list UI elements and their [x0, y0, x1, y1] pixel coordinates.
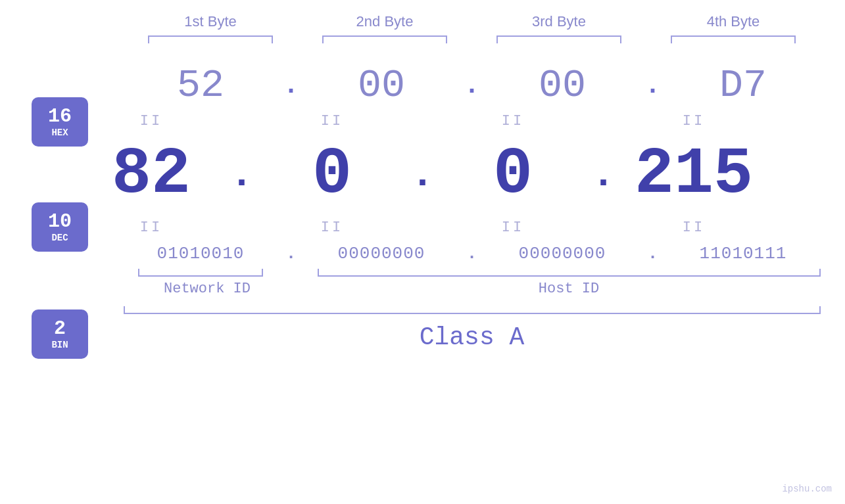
bracket-cell-2	[298, 35, 472, 43]
eq2-cell-2: II	[255, 219, 410, 236]
dec-val-3: 0	[493, 137, 533, 212]
bracket-cell-4	[646, 35, 821, 43]
dec-badge-num: 10	[48, 212, 72, 231]
host-id-label-cell: Host ID	[318, 281, 821, 297]
hex-val-1-cell: 52	[124, 63, 278, 108]
hex-badge-label: HEX	[51, 127, 68, 138]
hex-val-2-cell: 00	[304, 63, 459, 108]
host-spacer	[124, 269, 291, 277]
eq-dot-1	[229, 113, 255, 129]
dec-dot-3: .	[591, 152, 617, 197]
eq-dot-2	[410, 113, 436, 129]
host-bracket-row	[124, 269, 821, 277]
hex-dot-2: .	[459, 71, 485, 101]
eq2-cell-4: II	[617, 219, 771, 236]
dec-val-1: 82	[112, 137, 191, 212]
main-container: 16 HEX 10 DEC 2 BIN 1st Byte 2nd Byte 3r…	[0, 0, 845, 504]
bin-val-3-cell: 00000000	[485, 244, 640, 263]
bin-val-2-cell: 00000000	[304, 244, 459, 263]
class-label-container: Class A	[124, 323, 821, 352]
equals-row-2: II II II II	[74, 219, 771, 236]
hex-val-4-cell: D7	[666, 63, 821, 108]
hex-badge-num: 16	[48, 106, 72, 126]
full-bracket-container	[124, 306, 821, 314]
eq2-symbol-4: II	[683, 219, 705, 236]
host-bracket	[318, 269, 821, 277]
equals-row-1: II II II II	[74, 113, 771, 129]
dec-val-4-cell: 215	[617, 137, 771, 212]
dec-val-2-cell: 0	[255, 137, 410, 212]
dec-badge-label: DEC	[51, 233, 68, 243]
bin-badge-num: 2	[54, 319, 66, 338]
eq2-dot-3	[591, 219, 617, 236]
dec-val-1-cell: 82	[74, 137, 229, 212]
bin-val-4: 11010111	[700, 244, 787, 263]
dec-val-2: 0	[312, 137, 352, 212]
eq2-dot-1	[229, 219, 255, 236]
eq2-dot-2	[410, 219, 436, 236]
eq-symbol-3: II	[502, 113, 524, 129]
dec-val-4: 215	[635, 137, 753, 212]
hex-val-3-cell: 00	[485, 63, 640, 108]
eq-cell-4: II	[617, 113, 771, 129]
host-spacer-dot	[291, 269, 318, 277]
network-id-label-cell: Network ID	[124, 281, 291, 297]
bracket-cell-1	[124, 35, 298, 43]
bracket-top-2	[322, 35, 447, 43]
class-label: Class A	[420, 323, 525, 352]
eq2-symbol-3: II	[502, 219, 524, 236]
bin-val-2: 00000000	[338, 244, 425, 263]
bin-dot-2: .	[459, 244, 485, 263]
col-header-3rd: 3rd Byte	[472, 13, 646, 30]
hex-dot-3: .	[640, 71, 666, 101]
watermark-text: ipshu.com	[782, 484, 832, 494]
hex-val-2: 00	[358, 63, 405, 108]
bin-val-3: 00000000	[519, 244, 606, 263]
bin-dot-3: .	[640, 244, 666, 263]
eq2-cell-1: II	[74, 219, 229, 236]
dec-dot-2: .	[410, 152, 436, 197]
eq-symbol-2: II	[321, 113, 343, 129]
eq-cell-3: II	[436, 113, 591, 129]
network-id-label: Network ID	[164, 281, 251, 297]
col-header-2nd: 2nd Byte	[298, 13, 472, 30]
bin-val-1: 01010010	[157, 244, 245, 263]
host-id-label: Host ID	[539, 281, 599, 297]
bracket-top-1	[148, 35, 273, 43]
bracket-cell-3	[472, 35, 646, 43]
headers-row: 1st Byte 2nd Byte 3rd Byte 4th Byte	[124, 13, 821, 30]
eq-symbol-4: II	[683, 113, 705, 129]
hex-values-row: 52 . 00 . 00 . D7	[124, 63, 821, 108]
hex-dot-1: .	[278, 71, 304, 101]
top-brackets-row	[124, 35, 821, 43]
col-header-1st: 1st Byte	[124, 13, 298, 30]
bin-badge-label: BIN	[51, 340, 68, 350]
eq-symbol-1: II	[140, 113, 162, 129]
eq2-symbol-1: II	[140, 219, 162, 236]
full-bottom-bracket	[124, 306, 821, 314]
bracket-top-4	[671, 35, 796, 43]
id-labels-row: Network ID Host ID	[124, 281, 821, 297]
hex-val-4: D7	[719, 63, 767, 108]
col-header-4th: 4th Byte	[646, 13, 821, 30]
watermark: ipshu.com	[782, 483, 832, 495]
dec-values-row: 82 . 0 . 0 . 215	[74, 137, 771, 212]
bin-dot-1: .	[278, 244, 304, 263]
dec-val-3-cell: 0	[436, 137, 591, 212]
eq-cell-2: II	[255, 113, 410, 129]
eq-dot-3	[591, 113, 617, 129]
bin-val-4-cell: 11010111	[666, 244, 821, 263]
eq-cell-1: II	[74, 113, 229, 129]
eq2-cell-3: II	[436, 219, 591, 236]
dec-dot-1: .	[229, 152, 255, 197]
hex-val-3: 00	[539, 63, 586, 108]
eq2-symbol-2: II	[321, 219, 343, 236]
bin-badge: 2 BIN	[32, 309, 88, 359]
hex-val-1: 52	[177, 63, 224, 108]
bin-val-1-cell: 01010010	[124, 244, 278, 263]
bracket-top-3	[496, 35, 621, 43]
host-bracket-container	[318, 269, 821, 277]
bin-values-row: 01010010 . 00000000 . 00000000 . 1101011…	[124, 244, 821, 263]
